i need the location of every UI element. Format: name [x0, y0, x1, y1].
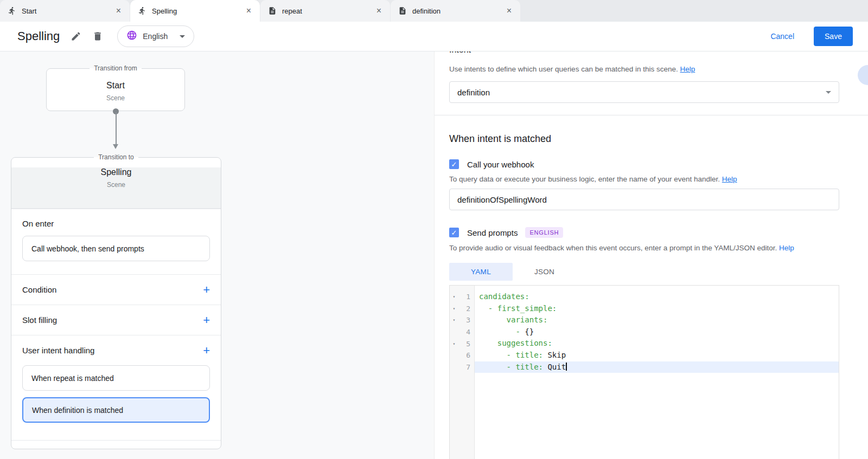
- scene-card-header[interactable]: Spelling Scene: [11, 167, 221, 209]
- header-actions: Cancel Save: [770, 27, 853, 46]
- add-intent-handler-button[interactable]: +: [203, 345, 210, 357]
- gutter-line: 7: [450, 361, 474, 373]
- call-webhook-checkbox[interactable]: ✓: [449, 159, 459, 169]
- cancel-button[interactable]: Cancel: [770, 32, 794, 41]
- invocation-icon: [138, 7, 146, 15]
- tab-label: repeat: [282, 7, 375, 15]
- to-scene-type: Scene: [11, 181, 221, 189]
- tab-yaml[interactable]: YAML: [449, 263, 513, 281]
- tab-definition[interactable]: definition ×: [391, 0, 520, 22]
- intent-select[interactable]: definition: [449, 81, 839, 103]
- tab-start[interactable]: Start ×: [0, 0, 130, 22]
- code-line[interactable]: - {}: [475, 326, 839, 338]
- globe-icon: [126, 30, 137, 43]
- language-selector[interactable]: English: [117, 25, 194, 47]
- call-webhook-label: Call your webhook: [467, 160, 534, 169]
- slot-filling-section: Slot filling +: [11, 305, 221, 335]
- line-number: 5: [458, 340, 474, 348]
- transition-from-box[interactable]: Transition from Start Scene: [46, 64, 185, 111]
- code-line[interactable]: suggestions:: [475, 338, 839, 350]
- add-slot-button[interactable]: +: [203, 314, 210, 326]
- dropdown-arrow-icon: [826, 91, 831, 94]
- user-intent-label: User intent handling: [22, 346, 94, 355]
- scene-tab-strip: Start × Spelling × repeat × definition ×: [0, 0, 868, 22]
- tab-spelling[interactable]: Spelling ×: [130, 0, 260, 22]
- help-link[interactable]: Help: [680, 65, 695, 73]
- transition-from-legend: Transition from: [90, 64, 142, 72]
- invocation-icon: [8, 7, 16, 15]
- close-icon[interactable]: ×: [375, 7, 382, 15]
- slot-filling-label: Slot filling: [22, 315, 57, 325]
- line-number: 6: [458, 351, 474, 359]
- editor-gutter: ▾1▾2▾34▾567: [450, 286, 475, 459]
- code-editor[interactable]: ▾1▾2▾34▾567 candidates: - first_simple: …: [449, 285, 839, 459]
- on-enter-card[interactable]: Call webhook, then send prompts: [22, 236, 210, 261]
- help-link[interactable]: Help: [722, 175, 737, 183]
- chevron-down-icon: [180, 35, 185, 38]
- to-scene-name: Spelling: [11, 167, 221, 177]
- text-cursor: [566, 363, 567, 371]
- webhook-handler-input[interactable]: [449, 189, 839, 210]
- condition-section: Condition +: [11, 274, 221, 305]
- connector-line: [116, 112, 117, 145]
- close-icon[interactable]: ×: [115, 7, 122, 15]
- fold-toggle-icon[interactable]: ▾: [450, 341, 458, 346]
- help-link[interactable]: Help: [779, 244, 794, 252]
- add-condition-button[interactable]: +: [203, 284, 210, 296]
- intent-card-repeat[interactable]: When repeat is matched: [22, 365, 210, 391]
- panel-scrollbar-thumb[interactable]: [858, 65, 868, 85]
- tab-label: Start: [22, 7, 115, 15]
- save-button[interactable]: Save: [814, 27, 853, 46]
- prompts-description: To provide audio or visual feedback when…: [449, 244, 839, 252]
- tab-label: Spelling: [152, 7, 245, 15]
- tab-label: definition: [412, 7, 506, 15]
- code-line[interactable]: - title: Skip: [475, 350, 839, 361]
- user-intent-section: User intent handling + When repeat is ma…: [11, 335, 221, 440]
- code-line[interactable]: - title: Quit: [475, 361, 839, 373]
- document-icon: [268, 7, 277, 15]
- intent-card-definition[interactable]: When definition is matched: [22, 397, 210, 423]
- line-number: 1: [458, 293, 474, 301]
- error-status-section: Error and status handling +: [11, 440, 221, 449]
- tab-json[interactable]: JSON: [513, 263, 576, 281]
- on-enter-section: On enter Call webhook, then send prompts: [11, 209, 221, 274]
- fold-toggle-icon[interactable]: ▾: [450, 318, 458, 322]
- editor-code-area[interactable]: candidates: - first_simple: variants: - …: [475, 286, 839, 459]
- connector-arrowhead-icon: [113, 144, 118, 149]
- from-scene-name: Start: [47, 81, 184, 90]
- gutter-line: ▾5: [450, 338, 474, 350]
- page-title: Spelling: [17, 29, 60, 43]
- intent-detail-panel: Intent Use intents to define which user …: [434, 51, 868, 459]
- line-number: 2: [458, 305, 474, 313]
- gutter-line: ▾3: [450, 314, 474, 326]
- condition-label: Condition: [22, 285, 56, 294]
- fold-toggle-icon[interactable]: ▾: [450, 294, 458, 299]
- line-number: 3: [458, 316, 474, 324]
- transition-to-legend: Transition to: [94, 153, 138, 161]
- send-prompts-checkbox[interactable]: ✓: [449, 228, 459, 237]
- intent-description: Use intents to define which user queries…: [449, 65, 839, 73]
- code-line[interactable]: - first_simple:: [475, 303, 839, 315]
- gutter-line: ▾2: [450, 303, 474, 315]
- language-badge: ENGLISH: [525, 227, 563, 238]
- code-line[interactable]: candidates:: [475, 291, 839, 303]
- edit-pencil-icon[interactable]: [71, 31, 81, 42]
- intent-heading-clipped: Intent: [449, 51, 839, 56]
- line-number: 7: [458, 363, 474, 371]
- on-enter-label: On enter: [22, 219, 210, 228]
- code-line[interactable]: variants:: [475, 314, 839, 326]
- scene-header: Spelling English Cancel Save: [0, 22, 868, 51]
- delete-trash-icon[interactable]: [92, 31, 103, 42]
- tab-repeat[interactable]: repeat ×: [260, 0, 390, 22]
- close-icon[interactable]: ×: [506, 7, 513, 15]
- fold-toggle-icon[interactable]: ▾: [450, 306, 458, 311]
- when-intent-matched-heading: When intent is matched: [449, 133, 839, 145]
- close-icon[interactable]: ×: [245, 7, 252, 15]
- line-number: 4: [458, 328, 474, 336]
- language-label: English: [143, 32, 168, 41]
- webhook-description: To query data or execute your business l…: [449, 175, 839, 183]
- section-divider: [435, 115, 868, 115]
- editor-format-tabs: YAML JSON: [449, 263, 839, 281]
- scene-graph-canvas[interactable]: Transition from Start Scene Transition t…: [0, 51, 434, 459]
- transition-to-box: Transition to Spelling Scene On enter Ca…: [11, 153, 221, 449]
